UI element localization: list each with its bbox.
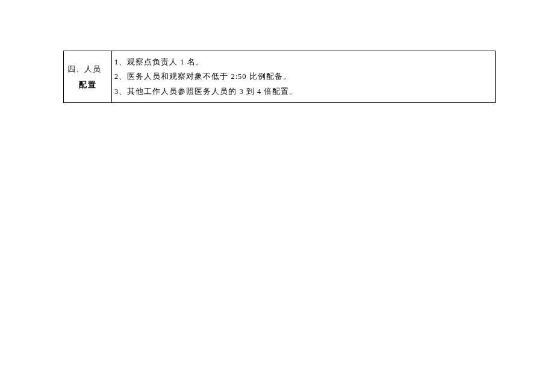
section-subtitle: 配置 [67, 78, 108, 92]
list-item: 2、医务人员和观察对象不低于 2:50 比例配备。 [114, 69, 493, 84]
table-row: 四、人员 配置 1、观察点负责人 1 名。 2、医务人员和观察对象不低于 2:5… [63, 51, 496, 103]
list-item: 3、其他工作人员参照医务人员的 3 到 4 倍配置。 [114, 84, 493, 99]
section-content-cell: 1、观察点负责人 1 名。 2、医务人员和观察对象不低于 2:50 比例配备。 … [112, 51, 495, 102]
section-heading-cell: 四、人员 配置 [64, 51, 112, 102]
list-item: 1、观察点负责人 1 名。 [114, 55, 493, 69]
section-number-title: 四、人员 [67, 62, 108, 76]
